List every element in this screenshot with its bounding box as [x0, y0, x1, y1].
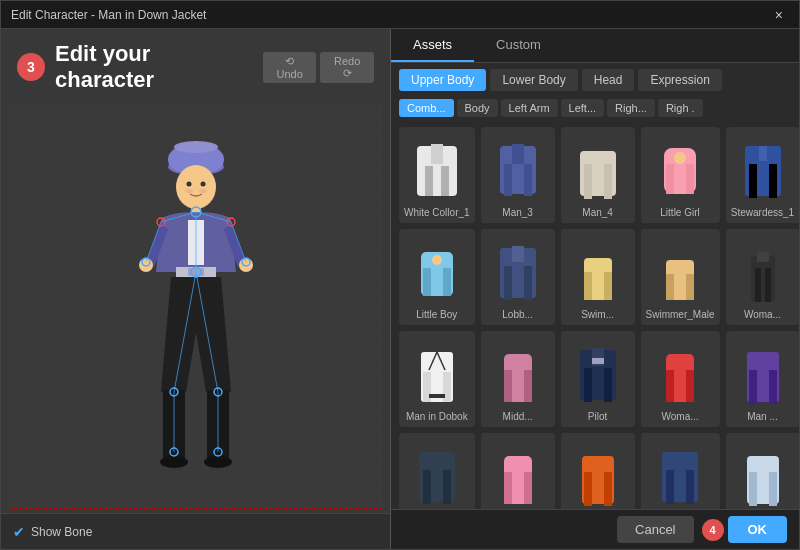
svg-rect-102: [604, 472, 612, 506]
filter-combo[interactable]: Comb...: [399, 99, 454, 117]
svg-point-49: [674, 152, 686, 164]
show-bone-label[interactable]: ✔ Show Bone: [13, 524, 92, 540]
svg-point-17: [204, 456, 232, 468]
svg-rect-107: [749, 472, 757, 506]
svg-rect-66: [604, 272, 612, 300]
cat-head[interactable]: Head: [582, 69, 635, 91]
svg-rect-85: [584, 368, 592, 402]
asset-row4e[interactable]: [726, 433, 800, 509]
undo-button[interactable]: ⟲ Undo: [263, 52, 317, 83]
step-badge: 3: [17, 53, 45, 81]
asset-thumb-swim: [566, 236, 630, 306]
asset-swimmer-male[interactable]: Swimmer_Male: [641, 229, 720, 325]
asset-thumb-row4a: [405, 440, 469, 509]
asset-thumb-stewardess: [731, 134, 795, 204]
asset-label-little-girl: Little Girl: [646, 207, 715, 218]
svg-rect-61: [504, 266, 512, 300]
svg-rect-65: [584, 272, 592, 300]
filter-body[interactable]: Body: [457, 99, 498, 117]
svg-rect-70: [751, 256, 775, 302]
asset-thumb-row4d: [648, 440, 712, 509]
svg-rect-68: [666, 274, 674, 300]
asset-label-swimmer-male: Swimmer_Male: [646, 309, 715, 320]
category-row: Upper Body Lower Body Head Expression: [391, 63, 799, 95]
cat-lower-body[interactable]: Lower Body: [490, 69, 577, 91]
title-bar: Edit Character - Man in Down Jacket ×: [1, 1, 799, 29]
svg-rect-90: [686, 370, 694, 402]
asset-thumb-white-collar: [405, 134, 469, 204]
asset-row4a[interactable]: [399, 433, 475, 509]
tab-custom[interactable]: Custom: [474, 29, 563, 62]
svg-point-10: [139, 258, 153, 272]
asset-woman2[interactable]: Woma...: [641, 331, 720, 427]
svg-rect-55: [759, 146, 767, 161]
asset-label-stewardess: Stewardess_1: [731, 207, 795, 218]
tab-assets[interactable]: Assets: [391, 29, 474, 62]
asset-man-dobok[interactable]: Man in Dobok: [399, 331, 475, 427]
svg-rect-42: [512, 144, 524, 164]
svg-rect-53: [749, 164, 757, 198]
svg-point-7: [199, 189, 207, 193]
asset-midd[interactable]: Midd...: [481, 331, 555, 427]
filter-left-arm[interactable]: Left Arm: [501, 99, 558, 117]
asset-label-woman2: Woma...: [646, 411, 715, 422]
asset-man3[interactable]: Man_3: [481, 127, 555, 223]
redo-button[interactable]: Redo ⟳: [320, 52, 374, 83]
cancel-button[interactable]: Cancel: [617, 516, 693, 543]
asset-thumb-man3: [486, 134, 550, 204]
asset-thumb-woman2: [648, 338, 712, 408]
asset-man-purple[interactable]: Man ...: [726, 331, 800, 427]
asset-thumb-pilot: [566, 338, 630, 408]
svg-rect-59: [443, 268, 451, 296]
character-svg: [116, 112, 276, 502]
asset-white-collar[interactable]: White Collor_1: [399, 127, 475, 223]
edit-character-dialog: Edit Character - Man in Down Jacket × 3 …: [0, 0, 800, 550]
filter-row: Comb... Body Left Arm Left... Righ... Ri…: [391, 95, 799, 121]
asset-man4[interactable]: Man_4: [561, 127, 635, 223]
svg-rect-104: [666, 470, 674, 504]
asset-label-swim: Swim...: [566, 309, 630, 320]
asset-label-midd: Midd...: [486, 411, 550, 422]
ok-area: 4 OK: [702, 516, 788, 543]
filter-left2[interactable]: Left...: [561, 99, 605, 117]
asset-woman1[interactable]: Woma...: [726, 229, 800, 325]
svg-rect-62: [524, 266, 532, 300]
svg-rect-38: [431, 144, 443, 164]
svg-rect-99: [524, 472, 532, 504]
asset-stewardess[interactable]: Stewardess_1: [726, 127, 800, 223]
svg-rect-73: [757, 252, 769, 262]
cat-upper-body[interactable]: Upper Body: [399, 69, 486, 91]
asset-label-man3: Man_3: [486, 207, 550, 218]
svg-rect-46: [584, 164, 592, 199]
page-title: Edit your character: [55, 41, 253, 93]
svg-rect-101: [584, 472, 592, 506]
svg-rect-54: [769, 164, 777, 198]
asset-row4b[interactable]: [481, 433, 555, 509]
svg-rect-51: [686, 164, 694, 194]
filter-righ2[interactable]: Righ .: [658, 99, 703, 117]
svg-rect-79: [429, 394, 445, 398]
asset-pilot[interactable]: Pilot: [561, 331, 635, 427]
svg-rect-50: [666, 164, 674, 194]
svg-point-3: [176, 165, 216, 209]
dialog-title: Edit Character - Man in Down Jacket: [11, 8, 206, 22]
filter-righ1[interactable]: Righ...: [607, 99, 655, 117]
svg-rect-58: [423, 268, 431, 296]
asset-swim[interactable]: Swim...: [561, 229, 635, 325]
asset-row4d[interactable]: [641, 433, 720, 509]
content-area: 3 Edit your character ⟲ Undo Redo ⟳: [1, 29, 799, 549]
cat-expression[interactable]: Expression: [638, 69, 721, 91]
asset-little-boy[interactable]: Little Boy: [399, 229, 475, 325]
ok-button[interactable]: OK: [728, 516, 788, 543]
asset-thumb-man4: [566, 134, 630, 204]
svg-rect-86: [604, 368, 612, 402]
asset-lobby[interactable]: Lobb...: [481, 229, 555, 325]
close-button[interactable]: ×: [769, 5, 789, 25]
asset-label-man-purple: Man ...: [731, 411, 795, 422]
left-panel: 3 Edit your character ⟲ Undo Redo ⟳: [1, 29, 391, 549]
asset-thumb-little-boy: [405, 236, 469, 306]
asset-little-girl[interactable]: Little Girl: [641, 127, 720, 223]
svg-point-6: [185, 189, 193, 193]
asset-thumb-woman1: [731, 236, 795, 306]
asset-row4c[interactable]: [561, 433, 635, 509]
